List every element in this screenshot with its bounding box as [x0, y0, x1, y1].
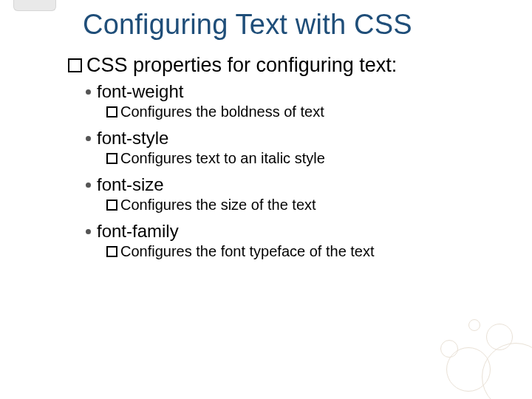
property-desc: Configures text to an italic style — [120, 150, 325, 167]
property-desc-line: Configures the boldness of text — [106, 103, 511, 120]
bullet-dot-icon — [86, 89, 91, 95]
slide-title: Configuring Text with CSS — [83, 9, 511, 41]
intro-line: CSS properties for configuring text: — [68, 54, 511, 77]
bullet-square-small-icon — [106, 200, 117, 211]
circle-icon — [486, 324, 513, 350]
property-item: font-style — [86, 128, 511, 149]
bullet-dot-icon — [86, 183, 91, 188]
bullet-square-icon — [68, 58, 82, 72]
bullet-dot-icon — [86, 229, 91, 234]
property-desc-line: Configures the font typeface of the text — [106, 243, 511, 260]
property-name: font-family — [97, 221, 179, 242]
property-item: font-weight — [86, 81, 511, 102]
bullet-square-small-icon — [106, 246, 117, 257]
property-name: font-weight — [97, 81, 183, 102]
property-desc: Configures the size of the text — [120, 197, 316, 214]
circle-icon — [468, 319, 480, 331]
circle-icon — [440, 340, 458, 358]
property-name: font-size — [97, 174, 164, 195]
property-item: font-size — [86, 174, 511, 195]
intro-text: CSS properties for configuring text: — [86, 54, 397, 77]
circle-icon — [446, 347, 491, 392]
property-name: font-style — [97, 128, 168, 149]
property-item: font-family — [86, 221, 511, 242]
intro-rest: properties for configuring text: — [128, 54, 398, 76]
property-desc: Configures the boldness of text — [120, 103, 324, 120]
bullet-square-small-icon — [106, 153, 117, 164]
intro-lead: CSS — [86, 54, 128, 76]
bullet-dot-icon — [86, 136, 91, 141]
property-desc-line: Configures the size of the text — [106, 197, 511, 214]
circle-icon — [482, 343, 532, 399]
slide-body: Configuring Text with CSS CSS properties… — [0, 9, 532, 267]
decorative-circles — [408, 293, 526, 396]
property-desc-line: Configures text to an italic style — [106, 150, 511, 167]
property-desc: Configures the font typeface of the text — [120, 243, 375, 260]
bullet-square-small-icon — [106, 106, 117, 117]
